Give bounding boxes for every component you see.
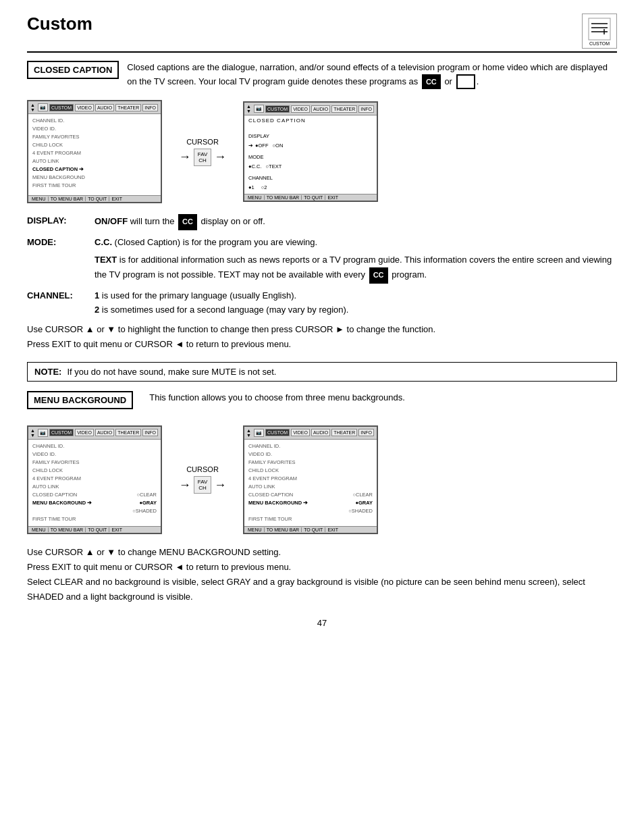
menu-bg-description: This function allows you to choose from … <box>149 391 405 405</box>
right-tv-screen-2: ▲ ▼ 📷 CUSTOM VIDEO AUDIO THEATER INFO CH… <box>243 425 378 534</box>
menu-bg-label-box: MENU BACKGROUND <box>27 391 133 409</box>
cursor-arrows-2: → FAVCH → <box>179 476 227 494</box>
menu-background-section: MENU BACKGROUND This function allows you… <box>27 391 617 415</box>
channel-row: CHANNEL: 1 is used for the primary langu… <box>27 289 617 317</box>
custom-icon-box: CUSTOM <box>582 14 617 49</box>
fav-ch-box-1: FAVCH <box>194 149 212 166</box>
cursor-area-1: CURSOR → FAVCH → <box>176 138 230 166</box>
tv-bottom-bar-1: MENU TO MENU BAR TO QUIT EXIT <box>28 195 161 202</box>
cc-description: Closed captions are the dialogue, narrat… <box>127 61 617 89</box>
cursor-label-2: CURSOR <box>186 465 219 473</box>
tv-content-1: CHANNEL ID. VIDEO ID. FAMILY FAVORITES C… <box>28 114 161 195</box>
tv-menu-bar-r2: ▲ ▼ 📷 CUSTOM VIDEO AUDIO THEATER INFO <box>244 427 377 440</box>
tv-content-r2: CHANNEL ID. VIDEO ID. FAMILY FAVORITES C… <box>244 440 377 526</box>
cc-badge-display: CC <box>178 214 197 230</box>
arrow-right-2: → <box>214 478 226 492</box>
svg-rect-0 <box>589 18 610 40</box>
custom-icon-label: CUSTOM <box>589 41 610 46</box>
page-header: Custom CUSTOM <box>27 14 617 53</box>
menu-bg-label: MENU BACKGROUND <box>27 391 133 415</box>
right-tv-diagram-1: ▲ ▼ 📷 CUSTOM VIDEO AUDIO THEATER INFO CL… <box>243 101 378 202</box>
arrow-left-1: → <box>179 150 191 164</box>
tv-bottom-bar-2: MENU TO MENU BAR TO QUIT EXIT <box>28 526 161 533</box>
tv-content-2: CHANNEL ID. VIDEO ID. FAMILY FAVORITES C… <box>28 440 161 526</box>
tv-menu-bar-2: ▲ ▼ 📷 CUSTOM VIDEO AUDIO THEATER INFO <box>28 427 161 440</box>
description-section: DISPLAY: ON/OFF will turn the CC display… <box>27 214 617 317</box>
tv-bottom-bar-r1: MENU TO MENU BAR TO QUIT EXIT <box>244 194 377 201</box>
display-row: DISPLAY: ON/OFF will turn the CC display… <box>27 214 617 230</box>
cc-badge-mode: CC <box>369 267 388 284</box>
left-tv-diagram-2: ▲ ▼ 📷 CUSTOM VIDEO AUDIO THEATER INFO CH… <box>27 425 162 534</box>
mode-content: C.C. (Closed Caption) is for the program… <box>95 236 617 284</box>
note-text: If you do not have sound, make sure MUTE… <box>67 367 276 377</box>
cursor-arrows-1: → FAVCH → <box>179 149 227 166</box>
diagrams-row-1: ▲ ▼ 📷 CUSTOM VIDEO AUDIO THEATER INFO CH… <box>27 100 617 203</box>
mb-cursor-instructions: Use CURSOR ▲ or ▼ to change MENU BACKGRO… <box>27 545 617 604</box>
cc-badge-inline: CC <box>422 74 441 90</box>
cursor-instructions-1: Use CURSOR ▲ or ▼ to highlight the funct… <box>27 322 617 352</box>
cc-outline-box <box>456 74 475 90</box>
channel-content: 1 is used for the primary language (usua… <box>95 289 617 317</box>
channel-label: CHANNEL: <box>27 289 95 317</box>
diagrams-row-2: ▲ ▼ 📷 CUSTOM VIDEO AUDIO THEATER INFO CH… <box>27 425 617 534</box>
cc-menu-title: CLOSED CAPTION <box>248 118 373 124</box>
left-tv-screen-2: ▲ ▼ 📷 CUSTOM VIDEO AUDIO THEATER INFO CH… <box>27 425 162 534</box>
arrow-right-1: → <box>214 150 226 164</box>
cc-menu-content: CLOSED CAPTION DISPLAY ➔ ●OFF ○ON MODE ●… <box>244 115 377 194</box>
page-title: Custom <box>27 14 92 34</box>
note-label: NOTE: <box>34 367 61 377</box>
closed-caption-label: CLOSED CAPTION <box>27 61 119 84</box>
tv-bottom-bar-r2: MENU TO MENU BAR TO QUIT EXIT <box>244 526 377 533</box>
cursor-area-2: CURSOR → FAVCH → <box>176 465 230 494</box>
display-label: DISPLAY: <box>27 214 95 230</box>
note-box: NOTE: If you do not have sound, make sur… <box>27 362 617 382</box>
custom-icon <box>587 17 612 41</box>
cc-label-box: CLOSED CAPTION <box>27 61 119 79</box>
mode-label: MODE: <box>27 236 95 284</box>
cursor-label-1: CURSOR <box>186 138 219 146</box>
mode-row: MODE: C.C. (Closed Caption) is for the p… <box>27 236 617 284</box>
tv-menu-bar-r1: ▲ ▼ 📷 CUSTOM VIDEO AUDIO THEATER INFO <box>244 103 377 115</box>
arrow-left-2: → <box>179 478 191 492</box>
tv-menu-bar-1: ▲ ▼ 📷 CUSTOM VIDEO AUDIO THEATER INFO <box>28 101 161 114</box>
page-number: 47 <box>27 618 617 628</box>
closed-caption-section: CLOSED CAPTION Closed captions are the d… <box>27 61 617 89</box>
right-tv-screen-1: ▲ ▼ 📷 CUSTOM VIDEO AUDIO THEATER INFO CL… <box>243 101 378 202</box>
left-tv-screen-1: ▲ ▼ 📷 CUSTOM VIDEO AUDIO THEATER INFO CH… <box>27 100 162 203</box>
display-content: ON/OFF will turn the CC display on or of… <box>95 214 617 230</box>
fav-ch-box-2: FAVCH <box>194 476 212 494</box>
right-tv-diagram-2: ▲ ▼ 📷 CUSTOM VIDEO AUDIO THEATER INFO CH… <box>243 425 378 534</box>
left-tv-diagram-1: ▲ ▼ 📷 CUSTOM VIDEO AUDIO THEATER INFO CH… <box>27 100 162 203</box>
